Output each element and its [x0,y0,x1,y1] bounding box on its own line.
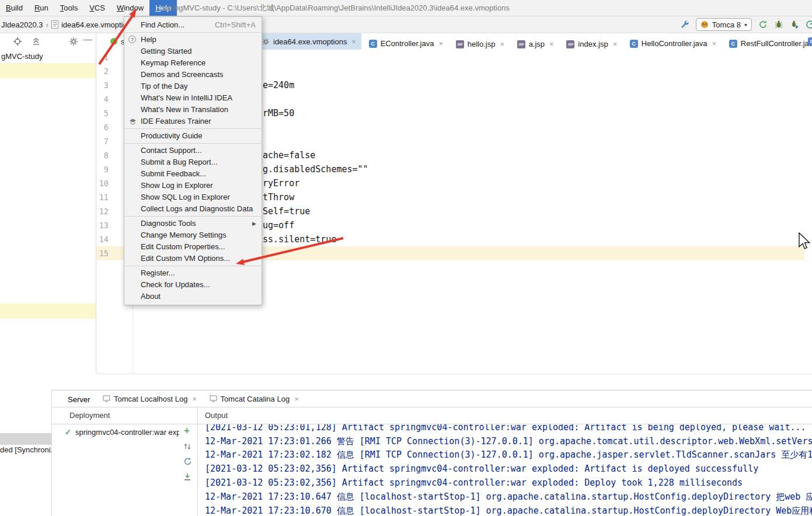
menu-item-demos-screencasts[interactable]: Demos and Screencasts [124,69,262,81]
menu-item-collect-logs[interactable]: Collect Logs and Diagnostic Data [124,203,262,215]
menu-item-change-memory-settings[interactable]: Change Memory Settings [124,229,262,241]
hide-panel-icon[interactable]: — [83,34,92,44]
editor-tab-bar: — spr idea64.exe.vmoptions × C EControll… [0,33,812,50]
tab-tomcat-catalina-log[interactable]: Tomcat Catalina Log × [204,391,304,407]
breadcrumb-chevron-icon: › [46,20,48,29]
tab-a-jsp[interactable]: JSP a.jsp × [512,36,559,53]
project-root-label[interactable]: gMVC-study [1,52,43,61]
menu-vcs[interactable]: VCS [83,0,111,16]
close-icon[interactable]: × [192,395,197,403]
breadcrumb: JIdea2020.3 › idea64.exe.vmoptio [1,16,127,33]
menu-item-keymap-reference[interactable]: Keymap Reference [124,57,262,69]
update-application-icon[interactable] [183,472,192,482]
close-icon[interactable]: × [500,40,504,48]
line-number: 5 [88,106,109,120]
menu-item-submit-bug-report[interactable]: Submit a Bug Report... [124,156,262,168]
project-selection-row[interactable] [0,63,96,78]
tab-server[interactable]: Server [62,392,95,408]
divider [52,407,812,407]
tab-hellocontroller[interactable]: C HelloController.java × [625,36,722,52]
collapse-all-icon[interactable] [32,37,41,46]
close-icon[interactable]: × [712,39,717,48]
spring-icon [110,38,117,45]
menu-item-edit-custom-vm-options[interactable]: Edit Custom VM Options... [124,253,262,264]
run-toolbar: Tomca 8 ▾ [680,16,812,33]
breadcrumb-file[interactable]: idea64.exe.vmoptio [61,20,127,29]
tomcat-log-icon [103,395,110,402]
close-icon[interactable]: × [549,40,554,48]
menu-item-ide-features-trainer[interactable]: IDE Features Trainer [124,116,262,127]
menu-separator [125,32,261,33]
line-number: 8 [88,148,109,162]
tab-tomcat-localhost-log[interactable]: Tomcat Localhost Log × [97,391,202,407]
project-panel: gMVC-study [0,50,96,374]
menu-item-submit-feedback[interactable]: Submit Feedback... [124,168,262,180]
close-icon[interactable]: × [613,40,618,48]
line-number: 6 [88,120,109,134]
attach-debugger-icon[interactable] [790,20,799,29]
tab-index-jsp[interactable]: JSP index.jsp × [561,36,622,53]
close-icon[interactable]: × [438,39,443,48]
line-number: 15 [88,246,109,260]
tab-hello-jsp[interactable]: JSP hello.jsp × [451,36,510,53]
line-number: 9 [88,162,109,176]
menu-item-register[interactable]: Register... [124,267,262,279]
build-wrench-icon[interactable] [680,20,689,29]
jsp-icon: JSP [517,40,525,48]
settings-gear-icon[interactable] [69,37,78,46]
locate-file-icon[interactable] [13,37,22,46]
menu-run[interactable]: Run [29,0,54,16]
gear-file-icon [262,38,270,46]
menu-item-tip-of-the-day[interactable]: Tip of the Day [124,81,262,92]
project-selected-row[interactable] [0,433,55,445]
menu-item-show-log-explorer[interactable]: Show Log in Explorer [124,180,262,191]
run-configuration-select[interactable]: Tomca 8 ▾ [696,18,752,31]
redeploy-icon[interactable] [183,457,192,466]
line-number: 10 [88,176,109,190]
chevron-down-icon: ▾ [744,22,747,28]
menu-item-contact-support[interactable]: Contact Support... [124,145,262,156]
menu-item-show-sql-log-explorer[interactable]: Show SQL Log in Explorer [124,191,262,203]
project-item-label[interactable]: ded [Synchronize [0,445,55,454]
close-icon[interactable]: × [294,395,299,403]
editor-tabs: idea64.exe.vmoptions × C EController.jav… [257,33,812,53]
menu-build[interactable]: Build [0,0,29,16]
code-text: ug=off [263,218,294,232]
add-artifact-icon[interactable]: + [184,426,190,435]
editor-divider [96,374,812,374]
breadcrumb-project[interactable]: JIdea2020.3 [1,20,43,29]
line-number: 3 [88,78,109,92]
menu-item-about[interactable]: About [124,291,262,302]
menu-item-whats-new-translation[interactable]: What's New in Translation [124,104,262,116]
deployment-item[interactable]: ✓ springmvc04-controller:war explo [65,428,182,437]
console-line: [2021-03-12 05:23:02,356] Artifact sprin… [205,462,758,476]
code-text: ryError [263,176,299,190]
code-text: tThrow [263,190,294,204]
menu-item-productivity-guide[interactable]: Productivity Guide [124,130,262,142]
console-line: 12-Mar-2021 17:23:10.647 信息 [localhost-s… [205,490,812,504]
menu-tools[interactable]: Tools [54,0,83,16]
profiler-icon[interactable] [806,20,812,29]
line-number: 11 [88,190,109,204]
line-number: 13 [88,218,109,232]
menu-item-help[interactable]: ? Help [124,34,262,46]
tomcat-icon [701,20,709,29]
reorder-icon[interactable] [183,442,192,451]
menu-window[interactable]: Window [111,0,149,16]
menu-item-whats-new-idea[interactable]: What's New in IntelliJ IDEA [124,92,262,104]
menu-item-find-action[interactable]: Ctrl+Shift+A Find Action... [124,19,262,31]
tab-econtroller[interactable]: C EController.java × [364,36,448,52]
tab-idea64-vmoptions[interactable]: idea64.exe.vmoptions × [257,33,361,50]
help-dropdown-menu: Ctrl+Shift+A Find Action... ? Help Getti… [124,16,262,305]
menu-item-diagnostic-tools[interactable]: Diagnostic Tools ▶ [124,218,262,229]
menu-item-edit-custom-properties[interactable]: Edit Custom Properties... [124,241,262,253]
menu-item-check-for-updates[interactable]: Check for Updates... [124,279,262,291]
menu-item-getting-started[interactable]: Getting Started [124,46,262,57]
restart-server-icon[interactable] [758,20,768,29]
close-icon[interactable]: × [351,37,356,46]
debug-bug-icon[interactable] [774,20,783,29]
console-output[interactable]: [2021-03-12 05:23:01,128] Artifact sprin… [198,424,812,516]
deployment-header: Deployment [69,411,110,420]
tab-restfullcontroller[interactable]: C RestFullController.java × [724,36,812,52]
project-selection-row[interactable] [0,304,96,319]
